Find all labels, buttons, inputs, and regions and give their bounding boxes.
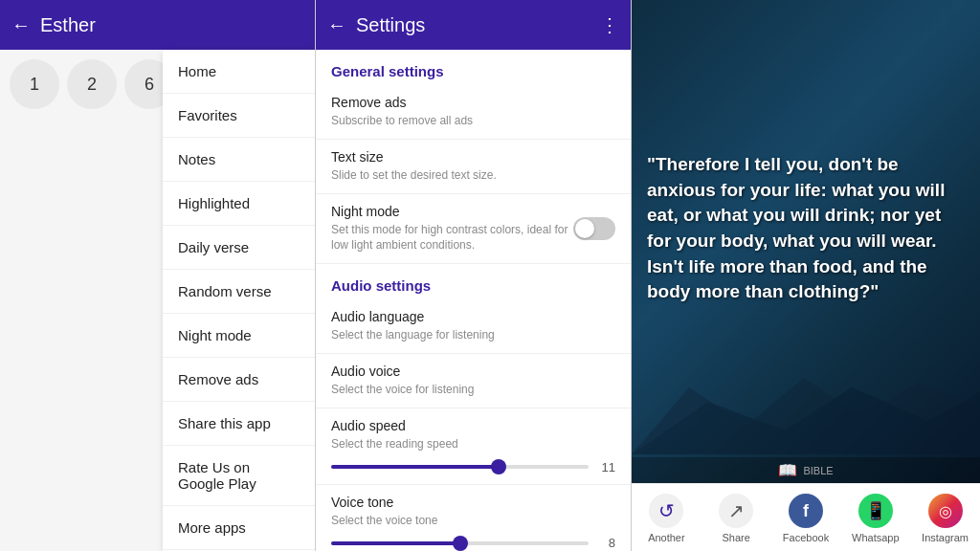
audio-speed-title: Audio speed [331, 418, 615, 433]
menu-item-share-app[interactable]: Share this app [163, 402, 315, 446]
another-icon: ↺ [649, 494, 683, 528]
audio-speed-value: 11 [596, 460, 615, 474]
voice-tone-thumb[interactable] [453, 536, 468, 551]
text-size-title: Text size [331, 149, 615, 165]
another-label: Another [648, 532, 685, 543]
voice-tone-fill [331, 541, 460, 545]
audio-speed-slider[interactable] [331, 465, 589, 469]
chapter-1-btn[interactable]: 1 [10, 59, 59, 109]
text-size-item[interactable]: Text size Slide to set the desired text … [316, 140, 631, 194]
audio-speed-sub: Select the reading speed [331, 436, 615, 452]
night-mode-sub: Set this mode for high contrast colors, … [331, 222, 573, 254]
nav-menu: Home Favorites Notes Highlighted Daily v… [163, 50, 315, 551]
remove-ads-sub: Subscribe to remove all ads [331, 113, 615, 129]
menu-item-rate-us[interactable]: Rate Us on Google Play [163, 446, 315, 506]
settings-content: General settings Remove ads Subscribe to… [316, 50, 631, 551]
share-label: Share [723, 532, 750, 543]
menu-item-night-mode[interactable]: Night mode [163, 314, 315, 358]
settings-panel: ← Settings ⋮ General settings Remove ads… [316, 0, 632, 551]
whatsapp-icon: 📱 [858, 494, 893, 528]
verse-quote: "Therefore I tell you, don't be anxious … [647, 152, 965, 305]
menu-item-daily-verse[interactable]: Daily verse [163, 226, 315, 270]
night-mode-title: Night mode [331, 204, 573, 219]
instagram-icon: ◎ [928, 494, 963, 528]
voice-tone-slider[interactable] [331, 541, 589, 545]
settings-header: ← Settings ⋮ [316, 0, 631, 50]
toggle-knob [575, 219, 594, 238]
menu-item-home[interactable]: Home [163, 50, 315, 94]
voice-tone-title: Voice tone [331, 495, 615, 510]
night-mode-item: Night mode Set this mode for high contra… [316, 194, 631, 265]
verse-source-bar: 📖 BIBLE [632, 457, 980, 483]
audio-voice-item[interactable]: Audio voice Select the voice for listeni… [316, 354, 631, 408]
share-instagram-btn[interactable]: ◎ Instagram [917, 494, 974, 543]
bible-logo-label: BIBLE [803, 465, 833, 476]
audio-language-title: Audio language [331, 309, 615, 324]
audio-speed-item: Audio speed Select the reading speed 11 [316, 408, 631, 485]
settings-dots-icon[interactable]: ⋮ [600, 13, 619, 36]
whatsapp-label: Whatsapp [852, 532, 900, 543]
share-facebook-btn[interactable]: f Facebook [777, 494, 835, 543]
audio-language-item[interactable]: Audio language Select the language for l… [316, 299, 631, 354]
remove-ads-item[interactable]: Remove ads Subscribe to remove all ads [316, 85, 631, 140]
audio-language-sub: Select the language for listening [331, 327, 615, 343]
voice-tone-item: Voice tone Select the voice tone 8 [316, 485, 631, 551]
voice-tone-value: 8 [596, 536, 615, 550]
instagram-label: Instagram [922, 532, 969, 543]
menu-item-favorites[interactable]: Favorites [163, 94, 315, 138]
bible-panel: ← Esther 1 2 6 7 Home Favorites Notes Hi… [0, 0, 316, 551]
audio-voice-title: Audio voice [331, 364, 615, 379]
audio-speed-fill [331, 465, 499, 469]
bible-header: ← Esther [0, 0, 315, 50]
menu-item-notes[interactable]: Notes [163, 138, 315, 182]
verse-panel: "Therefore I tell you, don't be anxious … [632, 0, 980, 551]
share-icon: ↗ [719, 494, 753, 528]
audio-speed-thumb[interactable] [491, 459, 506, 474]
verse-text-overlay: "Therefore I tell you, don't be anxious … [632, 0, 980, 457]
settings-back-icon[interactable]: ← [327, 14, 346, 36]
menu-item-random-verse[interactable]: Random verse [163, 270, 315, 314]
settings-title: Settings [356, 14, 600, 36]
facebook-icon: f [789, 494, 823, 528]
book-title: Esther [40, 14, 303, 36]
audio-voice-sub: Select the voice for listening [331, 382, 615, 398]
share-whatsapp-btn[interactable]: 📱 Whatsapp [847, 494, 904, 543]
voice-tone-sub: Select the voice tone [331, 513, 615, 529]
back-icon[interactable]: ← [11, 14, 31, 36]
audio-settings-title: Audio settings [316, 264, 631, 299]
facebook-label: Facebook [783, 532, 829, 543]
night-mode-toggle[interactable] [573, 217, 615, 240]
chapter-2-btn[interactable]: 2 [67, 59, 117, 109]
share-share-btn[interactable]: ↗ Share [707, 494, 765, 543]
menu-item-remove-ads[interactable]: Remove ads [163, 358, 315, 402]
remove-ads-title: Remove ads [331, 95, 615, 110]
share-bar: ↺ Another ↗ Share f Facebook 📱 Whatsapp … [632, 483, 980, 551]
general-settings-title: General settings [316, 50, 631, 85]
verse-image-area: "Therefore I tell you, don't be anxious … [632, 0, 980, 483]
menu-item-highlighted[interactable]: Highlighted [163, 182, 315, 226]
text-size-sub: Slide to set the desired text size. [331, 167, 615, 184]
share-another-btn[interactable]: ↺ Another [637, 494, 695, 543]
menu-item-more-apps[interactable]: More apps [163, 506, 315, 550]
